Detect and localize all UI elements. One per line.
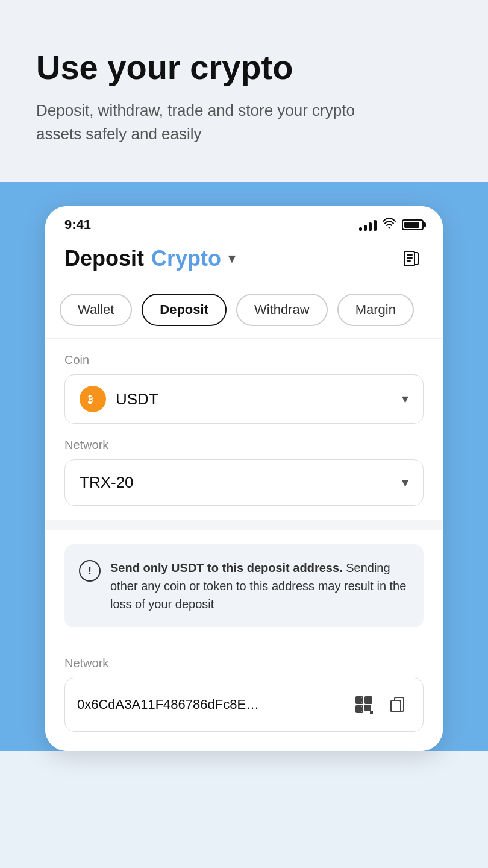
- phone-card: 9:41: [45, 206, 443, 751]
- header-chevron-icon: ▾: [228, 251, 235, 266]
- svg-rect-5: [366, 698, 371, 702]
- header-title-accent: Crypto: [151, 246, 221, 271]
- tab-bar: Wallet Deposit Withdraw Margin: [45, 281, 443, 339]
- hero-section: Use your crypto Deposit, withdraw, trade…: [0, 0, 488, 182]
- wifi-icon: [383, 218, 396, 232]
- address-field: 0x6CdA3A11F486786dFc8E…: [64, 678, 424, 732]
- network-select[interactable]: TRX-20 ▾: [64, 459, 424, 506]
- tab-deposit[interactable]: Deposit: [142, 294, 227, 326]
- network-label: Network: [64, 438, 424, 452]
- book-icon[interactable]: [399, 247, 424, 271]
- svg-rect-11: [368, 709, 370, 711]
- address-section: Network 0x6CdA3A11F486786dFc8E…: [45, 642, 443, 751]
- hero-subtitle: Deposit, withdraw, trade and store your …: [36, 99, 398, 146]
- warning-title: Send only USDT to this deposit address.: [110, 561, 343, 574]
- svg-rect-7: [357, 707, 361, 711]
- coin-select-left: ₿ USDT: [80, 386, 158, 412]
- svg-rect-13: [391, 700, 401, 712]
- hero-title: Use your crypto: [36, 48, 452, 87]
- address-value: 0x6CdA3A11F486786dFc8E…: [77, 697, 343, 712]
- coin-icon: ₿: [80, 386, 106, 412]
- qr-code-button[interactable]: [351, 691, 377, 718]
- section-separator: [45, 520, 443, 530]
- svg-point-0: [389, 227, 390, 228]
- coin-label: Coin: [64, 353, 424, 367]
- warning-icon: !: [79, 560, 101, 582]
- signal-icon: [359, 219, 377, 231]
- svg-rect-12: [371, 711, 372, 713]
- phone-section: 9:41: [0, 182, 488, 751]
- coin-section: Coin ₿ USDT ▾ Network TRX-20 ▾: [45, 339, 443, 520]
- warning-text: Send only USDT to this deposit address. …: [110, 559, 409, 613]
- svg-text:₿: ₿: [88, 394, 93, 404]
- network-value: TRX-20: [80, 473, 134, 492]
- address-label: Network: [64, 656, 424, 670]
- header-title[interactable]: Deposit Crypto ▾: [64, 246, 235, 271]
- warning-box: ! Send only USDT to this deposit address…: [64, 544, 424, 627]
- svg-rect-10: [365, 709, 367, 711]
- coin-value: USDT: [116, 390, 158, 409]
- battery-icon: [402, 219, 424, 230]
- status-icons: [359, 218, 424, 232]
- network-chevron-icon: ▾: [402, 475, 408, 491]
- coin-select[interactable]: ₿ USDT ▾: [64, 374, 424, 424]
- svg-rect-3: [357, 698, 361, 702]
- phone-header: Deposit Crypto ▾: [45, 239, 443, 281]
- svg-rect-8: [365, 706, 367, 708]
- svg-rect-9: [368, 706, 370, 708]
- warning-section: ! Send only USDT to this deposit address…: [45, 530, 443, 642]
- coin-chevron-icon: ▾: [402, 391, 408, 407]
- status-bar: 9:41: [45, 206, 443, 239]
- status-time: 9:41: [64, 217, 91, 233]
- tab-wallet[interactable]: Wallet: [60, 294, 132, 326]
- tab-margin[interactable]: Margin: [337, 294, 414, 326]
- tab-withdraw[interactable]: Withdraw: [236, 294, 328, 326]
- copy-button[interactable]: [384, 691, 411, 718]
- header-title-prefix: Deposit: [64, 246, 144, 271]
- address-actions: [351, 691, 411, 718]
